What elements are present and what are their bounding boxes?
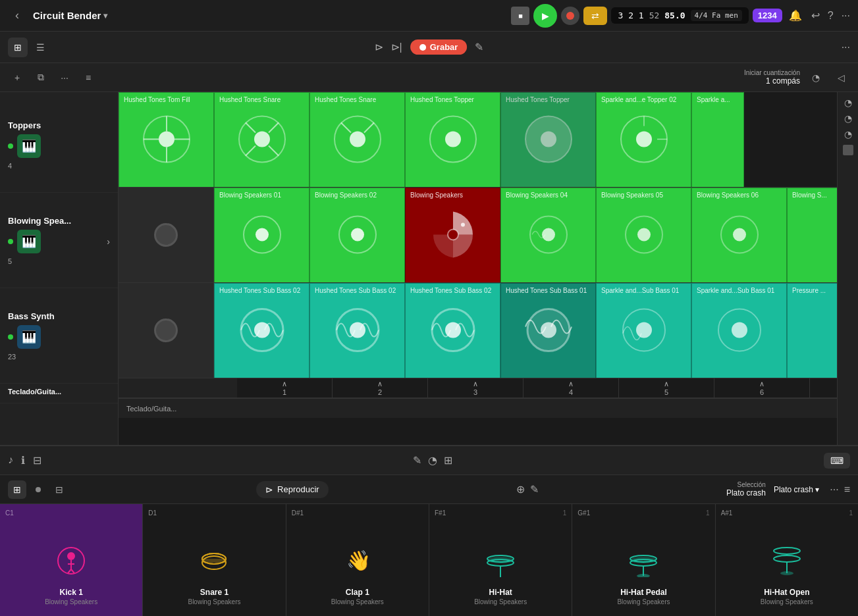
drum-panel-button[interactable]: ⊟ [50, 480, 68, 499]
pencil-button[interactable]: ✎ [475, 41, 483, 53]
led-indicator [36, 487, 41, 492]
drum-led-button[interactable] [29, 480, 47, 499]
right-icon-2[interactable]: ◔ [844, 113, 852, 124]
add-button[interactable]: + [8, 68, 26, 87]
clip-sparkle-sub-01b[interactable]: Sparkle and...Sub Bass 01 [691, 283, 787, 378]
drum-pad-hihat-pedal[interactable]: G#1 1 Hi-Hat Pedal Blowing Speakers [572, 504, 715, 616]
drum-pad-snare[interactable]: D1 Snare 1 Blowing Speakers [143, 504, 286, 616]
record-button[interactable] [561, 7, 579, 25]
second-toolbar: ⊞ ☰ ⊳ ⊳| Grabar ✎ ··· [0, 32, 858, 63]
clip-sub-bass-02b[interactable]: Hushed Tones Sub Bass 02 [309, 283, 405, 378]
pad-icon-snare [198, 544, 230, 582]
loop-button[interactable]: ⇄ [583, 7, 607, 25]
drum-pad-kick[interactable]: C1 Kick 1 Blowing Speakers [0, 504, 143, 616]
history-icon[interactable]: ↩ [811, 9, 820, 22]
clip-blowing-05[interactable]: Blowing Speakers 05 [596, 188, 691, 282]
scene-2[interactable]: ∧ 2 [333, 378, 428, 398]
bottom-center-icons: ✎ ◔ ⊞ [413, 454, 452, 467]
clip-hushed-topper-2[interactable]: Hushed Tones Topper [500, 92, 596, 187]
clip-pressure-partial[interactable]: Pressure ... [787, 283, 837, 378]
tool-bar: + ⧉ ··· ≡ Iniciar cuantización 1 compás … [0, 63, 858, 92]
track-toppers[interactable]: Toppers 🎹 4 [0, 97, 118, 193]
info-icon[interactable]: ℹ [21, 454, 25, 467]
grid-view-button[interactable]: ⊞ [8, 38, 28, 57]
clip-sub-bass-02a[interactable]: Hushed Tones Sub Bass 02 [214, 283, 309, 378]
right-square[interactable] [843, 145, 853, 155]
project-title[interactable]: Circuit Bender ▾ [33, 10, 107, 21]
bass-knob[interactable] [154, 319, 178, 342]
play-button[interactable]: ▶ [533, 4, 557, 28]
svg-point-31 [542, 228, 555, 241]
more-options-icon[interactable]: ··· [842, 10, 850, 22]
play-from-start-button[interactable]: ⊳ [375, 41, 383, 53]
clip-hushed-snare-2[interactable]: Hushed Tones Snare [309, 92, 405, 187]
scene-6[interactable]: ∧ 6 [714, 378, 810, 398]
time-signature: 4/4 Fa men [691, 10, 742, 21]
center-align-icon[interactable]: ⊕ [516, 483, 525, 496]
panel-icon[interactable]: ⊟ [33, 454, 41, 467]
pad-icon-hihat-open [770, 544, 803, 582]
track-expand-blowing[interactable]: › [107, 236, 110, 247]
clip-row-bass: Hushed Tones Sub Bass 02 Hushed Tones Su… [119, 283, 837, 378]
clip-blowing-01[interactable]: Blowing Speakers 01 [214, 188, 309, 282]
clip-blowing-06[interactable]: Blowing Speakers 06 [691, 188, 787, 282]
track-blowing[interactable]: Blowing Spea... 🎹 › 5 [0, 193, 118, 288]
drum-pad-clap[interactable]: D#1 👋 Clap 1 Blowing Speakers [286, 504, 429, 616]
pad-note-clap: D#1 [292, 509, 304, 517]
back-button[interactable]: ‹ [8, 7, 26, 25]
svg-line-11 [269, 145, 279, 155]
copy-button[interactable]: ⧉ [32, 68, 50, 87]
scene-5[interactable]: ∧ 5 [619, 378, 714, 398]
music-icon[interactable]: ♪ [8, 454, 13, 467]
pencil-icon-bottom[interactable]: ✎ [413, 454, 421, 467]
drum-grid-button[interactable]: ⊞ [8, 480, 26, 499]
clip-blowing-04[interactable]: Blowing Speakers 04 [500, 188, 596, 282]
clock-icon[interactable]: ◔ [807, 68, 825, 87]
clip-hushed-snare-1[interactable]: Hushed Tones Snare [214, 92, 309, 187]
drum-pad-hihat[interactable]: F#1 1 Hi-Hat Blowing Speakers [429, 504, 572, 616]
scene-3[interactable]: ∧ 3 [428, 378, 523, 398]
help-icon[interactable]: ? [828, 10, 834, 22]
clip-sparkle-partial[interactable]: Sparkle a... [691, 92, 744, 187]
clip-sub-bass-01[interactable]: Hushed Tones Sub Bass 01 [500, 283, 596, 378]
reproducir-button[interactable]: ⊳ Reproducir [256, 481, 329, 498]
sliders-icon-bottom[interactable]: ⊞ [444, 454, 452, 467]
clip-row-blowing: Blowing Speakers 01 Blowing Speakers 02 [119, 188, 837, 283]
scene-7[interactable]: ∧ 7 [810, 378, 837, 398]
clip-sparkle-topper-02[interactable]: Sparkle and...e Topper 02 [596, 92, 691, 187]
align-button[interactable]: ≡ [79, 68, 97, 87]
pencil-drum[interactable]: ✎ [530, 483, 539, 496]
clock-icon-bottom[interactable]: ◔ [428, 454, 437, 467]
track-keys[interactable]: Teclado/Guita... [0, 384, 118, 403]
clip-hushed-tom[interactable]: Hushed Tones Tom Fill [119, 92, 214, 187]
list-view-button[interactable]: ☰ [30, 38, 50, 57]
stop-button[interactable]: ■ [511, 7, 529, 25]
clip-blowing-02[interactable]: Blowing Speakers 02 [309, 188, 405, 282]
more-button[interactable]: ··· [55, 68, 74, 87]
more-options-button[interactable]: ··· [842, 41, 850, 53]
time-display: 3 2 1 52 85.0 4/4 Fa men [611, 7, 748, 24]
drum-more-button[interactable]: ··· [830, 484, 838, 496]
clip-sparkle-sub-01a[interactable]: Sparkle and...Sub Bass 01 [596, 283, 691, 378]
clip-blowing-partial[interactable]: Blowing S... [787, 188, 837, 282]
notification-icon[interactable]: 🔔 [786, 7, 805, 25]
track-bass[interactable]: Bass Synth 🎹 23 [0, 288, 118, 384]
keyboard-button[interactable]: ⌨ [824, 453, 850, 469]
track-num-blowing: 5 [8, 257, 110, 265]
right-icon-3[interactable]: ◔ [844, 129, 852, 140]
volume-icon[interactable]: ◁ [832, 68, 850, 87]
clip-hushed-topper-1[interactable]: Hushed Tones Topper [405, 92, 500, 187]
right-icon-1[interactable]: ◔ [844, 97, 852, 108]
blowing-knob[interactable] [154, 223, 178, 247]
scene-4[interactable]: ∧ 4 [523, 378, 619, 398]
clip-sub-bass-02c[interactable]: Hushed Tones Sub Bass 02 [405, 283, 500, 378]
drum-pad-hihat-open[interactable]: A#1 1 Hi-Hat Open Blowing Speakers [716, 504, 858, 616]
drum-lines-button[interactable]: ≡ [844, 484, 850, 496]
pad-icon-hihat [484, 551, 517, 582]
record-button-main[interactable]: Grabar [410, 39, 468, 55]
scene-1[interactable]: ∧ 1 [237, 378, 333, 398]
count-in-button[interactable]: 1234 [753, 9, 782, 22]
track-sidebar: Toppers 🎹 4 Blowing Spea... 🎹 › 5 Bass S… [0, 92, 119, 445]
play-skip-button[interactable]: ⊳| [391, 41, 402, 53]
clip-blowing-active[interactable]: Blowing Speakers [405, 188, 500, 282]
